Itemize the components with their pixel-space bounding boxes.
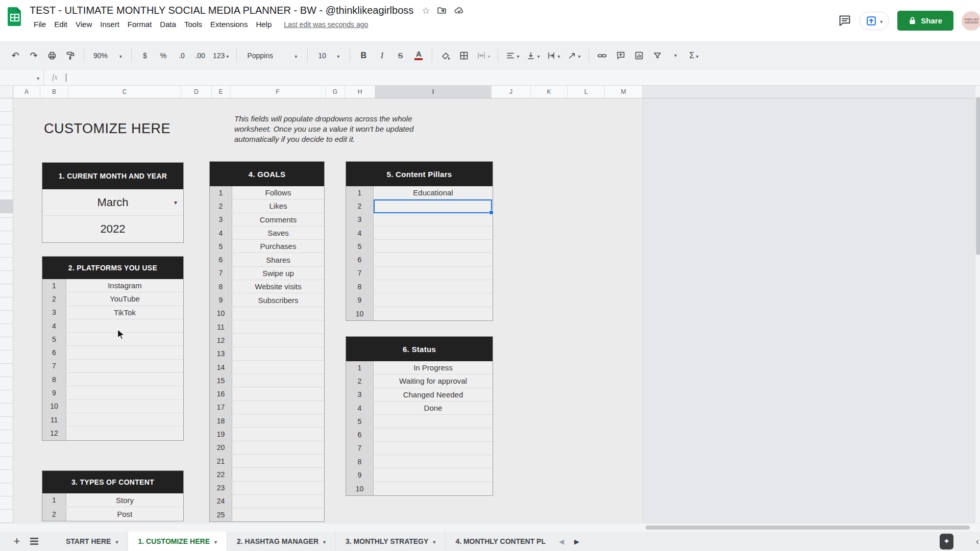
row-number-cell[interactable]: 15 <box>210 374 232 387</box>
explore-button[interactable]: ✦ <box>940 534 953 549</box>
sheets-logo[interactable] <box>0 0 30 41</box>
table-row[interactable]: 17 <box>210 401 324 414</box>
row-number-cell[interactable]: 16 <box>210 387 232 400</box>
row-number-cell[interactable]: 4 <box>346 227 374 239</box>
row-value-cell[interactable] <box>66 346 183 359</box>
month-year-table-title[interactable]: 1. CURENT MONTH AND YEAR <box>42 163 183 189</box>
row-number-cell[interactable]: 1 <box>346 186 374 199</box>
table-row[interactable]: 2 YouTube <box>42 292 183 306</box>
table-row[interactable]: 12 <box>210 334 324 347</box>
row-value-cell[interactable] <box>374 213 493 226</box>
row-number-cell[interactable]: 9 <box>346 293 374 306</box>
row-value-cell[interactable] <box>66 400 183 413</box>
table-row[interactable]: 11 <box>42 413 183 427</box>
table-row[interactable]: 7 <box>346 442 493 455</box>
row-value-cell[interactable] <box>232 374 324 387</box>
row-number-cell[interactable]: 8 <box>346 280 374 293</box>
row-number-cell[interactable]: 18 <box>210 414 232 427</box>
row-value-cell[interactable] <box>232 334 324 346</box>
table-row[interactable]: 3 <box>346 213 493 227</box>
menu-help[interactable]: Help <box>252 18 276 30</box>
row-number-cell[interactable]: 5 <box>42 333 66 345</box>
row-value-cell[interactable]: Website visits <box>232 280 324 293</box>
table-row[interactable]: 11 <box>210 320 324 334</box>
comment-history-icon[interactable] <box>838 14 851 28</box>
row-number-cell[interactable]: 12 <box>210 334 232 346</box>
table-row[interactable]: 4 <box>346 227 493 240</box>
menu-extensions[interactable]: Extensions <box>206 18 252 30</box>
row-value-cell[interactable]: Story <box>66 493 183 507</box>
move-folder-icon[interactable] <box>437 6 447 15</box>
strikethrough-button[interactable]: S <box>392 48 408 63</box>
table-row[interactable]: 3 TikTok <box>42 306 183 319</box>
row-number-cell[interactable]: 5 <box>210 240 232 253</box>
row-number-cell[interactable]: 2 <box>42 292 66 305</box>
row-number-cell[interactable]: 8 <box>42 373 66 386</box>
row-value-cell[interactable]: Likes <box>232 199 324 212</box>
row-number-cell[interactable]: 22 <box>210 468 232 481</box>
more-formats-button[interactable]: 123 <box>210 48 231 63</box>
share-button[interactable]: Share <box>897 11 953 31</box>
row-value-cell[interactable] <box>66 386 183 399</box>
text-wrap-button[interactable] <box>544 48 562 63</box>
table-row[interactable]: 5 Purchases <box>210 240 324 253</box>
tab-monthly-strategy[interactable]: 3. MONTHLY STRATEGY <box>336 532 446 551</box>
row-number-cell[interactable]: 10 <box>210 307 232 320</box>
table-row[interactable]: 15 <box>210 374 324 387</box>
table-row[interactable]: 7 <box>42 360 183 373</box>
tab-caret-icon[interactable] <box>115 537 118 545</box>
table-row[interactable]: 3 Changed Needed <box>346 388 493 402</box>
row-number-cell[interactable]: 12 <box>42 427 66 440</box>
font-size-select[interactable]: 10 <box>313 48 345 63</box>
column-header-a[interactable]: A <box>13 86 40 98</box>
create-filter-button[interactable] <box>649 48 666 63</box>
column-header-k[interactable]: K <box>531 86 568 98</box>
table-row[interactable]: 19 <box>210 428 324 441</box>
table-row[interactable]: 9 <box>346 468 493 482</box>
tab-customize-here-active[interactable]: 1. CUSTOMIZE HERE <box>128 532 227 551</box>
row-value-cell[interactable] <box>232 495 324 508</box>
table-row[interactable]: 23 <box>210 482 324 495</box>
column-header-c[interactable]: C <box>68 86 181 98</box>
row-number-cell[interactable]: 4 <box>42 319 66 332</box>
month-dropdown-icon[interactable]: ▾ <box>174 199 177 206</box>
column-header-i-selected[interactable]: I <box>375 86 492 98</box>
status-table-title[interactable]: 6. Status <box>346 337 493 361</box>
table-row[interactable]: 7 Swipe up <box>210 267 324 280</box>
row-value-cell[interactable] <box>66 360 183 372</box>
row-number-cell[interactable]: 21 <box>210 455 232 467</box>
column-header-b[interactable]: B <box>40 86 68 98</box>
redo-button[interactable]: ↷ <box>26 48 42 63</box>
row-value-cell[interactable] <box>374 227 493 239</box>
star-icon[interactable]: ☆ <box>422 5 430 16</box>
row-number-cell[interactable]: 7 <box>210 267 232 280</box>
row-value-cell[interactable] <box>66 413 183 426</box>
select-all-corner[interactable] <box>0 86 13 98</box>
menu-tools[interactable]: Tools <box>180 18 206 30</box>
borders-button[interactable] <box>456 48 472 63</box>
row-number-cell[interactable]: 2 <box>42 507 66 521</box>
row-number-cell[interactable]: 6 <box>346 253 374 266</box>
table-row[interactable]: 10 <box>210 307 324 320</box>
add-sheet-button[interactable]: + <box>8 532 26 551</box>
tab-scroll-right-icon[interactable]: ▶ <box>574 538 579 545</box>
table-row[interactable]: 16 <box>210 387 324 400</box>
table-row[interactable]: 3 Comments <box>210 213 324 227</box>
decrease-decimal-button[interactable]: .0 <box>174 48 190 63</box>
row-value-cell[interactable] <box>374 442 493 455</box>
table-row[interactable]: 8 Website visits <box>210 280 324 293</box>
row-value-cell[interactable]: Comments <box>232 213 324 226</box>
row-value-cell[interactable] <box>232 508 324 521</box>
row-value-cell[interactable] <box>232 347 324 360</box>
row-value-cell[interactable] <box>232 428 324 440</box>
row-value-cell[interactable] <box>232 441 324 454</box>
table-row[interactable]: 9 <box>42 386 183 399</box>
table-row[interactable]: 6 <box>346 428 493 441</box>
cloud-saved-icon[interactable] <box>454 6 464 15</box>
row-value-cell[interactable]: Shares <box>232 253 324 266</box>
horizontal-align-button[interactable] <box>503 48 522 63</box>
horizontal-scrollbar-thumb[interactable] <box>646 525 970 530</box>
row-value-cell[interactable] <box>374 253 493 266</box>
row-number-cell[interactable]: 17 <box>210 401 232 414</box>
table-row[interactable]: 10 <box>346 482 493 495</box>
